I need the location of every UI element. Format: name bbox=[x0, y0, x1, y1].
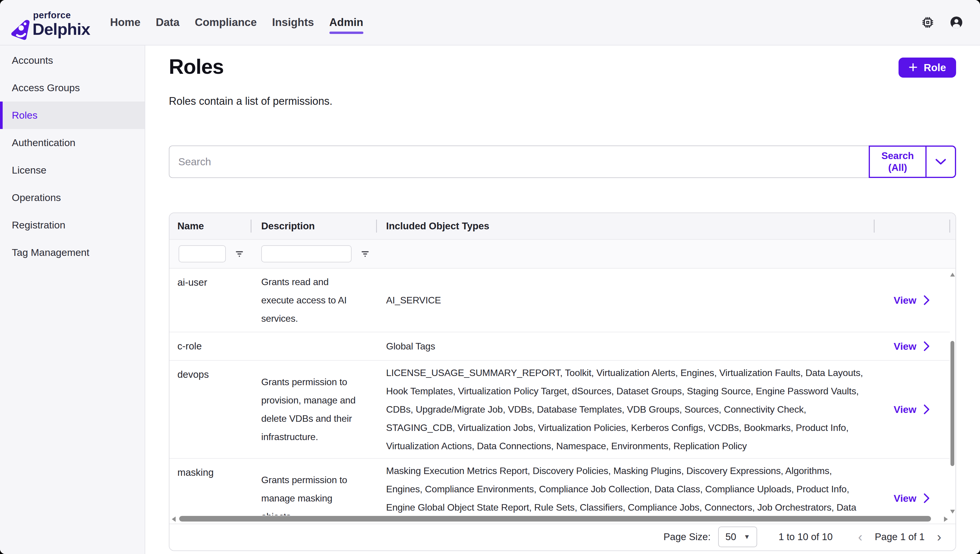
app-window: perforce Delphix HomeDataComplianceInsig… bbox=[0, 0, 980, 554]
vertical-scrollbar[interactable] bbox=[950, 269, 956, 515]
sidebar-item-roles[interactable]: Roles bbox=[0, 102, 145, 129]
role-description-text: Grants read and execute access to AI ser… bbox=[261, 269, 363, 332]
column-header-object-types[interactable]: Included Object Types bbox=[376, 220, 874, 232]
view-role-link[interactable]: View bbox=[874, 332, 950, 360]
included-object-types-text: Masking Execution Metrics Report, Discov… bbox=[386, 458, 867, 515]
sidebar-item-operations[interactable]: Operations bbox=[0, 184, 145, 211]
scroll-left-arrow[interactable] bbox=[172, 516, 176, 522]
column-separator bbox=[376, 220, 377, 232]
row-range-text: 1 to 10 of 10 bbox=[778, 531, 832, 543]
vertical-scrollbar-thumb[interactable] bbox=[950, 341, 954, 466]
included-object-types-cell: LICENSE_USAGE_SUMMARY_REPORT, Toolkit, V… bbox=[376, 361, 874, 458]
sidebar-item-access-groups[interactable]: Access Groups bbox=[0, 74, 145, 102]
previous-page-button[interactable]: ‹ bbox=[858, 530, 862, 544]
add-role-label: Role bbox=[924, 62, 946, 73]
included-object-types-cell: Global Tags bbox=[376, 332, 874, 360]
table-row-devops: devopsGrants permission to provision, ma… bbox=[169, 361, 950, 458]
sidebar-item-accounts[interactable]: Accounts bbox=[0, 47, 145, 74]
page-size-value: 50 bbox=[725, 531, 736, 543]
role-description-cell bbox=[251, 332, 376, 360]
role-name-cell: devops bbox=[169, 361, 251, 458]
included-object-types-cell: AI_SERVICE bbox=[376, 269, 874, 332]
sidebar-item-authentication[interactable]: Authentication bbox=[0, 129, 145, 156]
role-description-text: Grants permission to manage masking obje… bbox=[261, 466, 363, 515]
role-description-cell: Grants permission to provision, manage a… bbox=[251, 361, 376, 458]
chevron-down-icon bbox=[935, 158, 947, 165]
chevron-right-icon bbox=[923, 493, 930, 503]
brand-delphix: Delphix bbox=[32, 19, 90, 39]
filter-icon[interactable] bbox=[360, 248, 371, 259]
view-role-link[interactable]: View bbox=[874, 269, 950, 332]
nav-item-home[interactable]: Home bbox=[110, 16, 140, 29]
role-description-text: Grants permission to provision, manage a… bbox=[261, 369, 363, 450]
page-size-label: Page Size: bbox=[663, 531, 711, 543]
scroll-up-arrow[interactable] bbox=[950, 273, 955, 277]
nav-item-admin[interactable]: Admin bbox=[329, 16, 363, 29]
role-description-cell: Grants permission to manage masking obje… bbox=[251, 458, 376, 515]
sidebar-item-tag-management[interactable]: Tag Management bbox=[0, 239, 145, 266]
view-role-link[interactable]: View bbox=[874, 458, 950, 515]
view-label: View bbox=[894, 493, 916, 504]
pagination-bar: Page Size: 50 ▼ 1 to 10 of 10 ‹ Page 1 o… bbox=[169, 524, 956, 549]
next-page-button[interactable]: › bbox=[937, 530, 941, 544]
role-name-cell: masking bbox=[169, 458, 251, 515]
table-header-row: Name Description Included Object Types bbox=[169, 213, 956, 239]
scroll-right-arrow[interactable] bbox=[944, 516, 948, 522]
scroll-down-arrow[interactable] bbox=[950, 510, 955, 514]
page-size-select[interactable]: 50 ▼ bbox=[718, 527, 757, 547]
included-object-types-text: AI_SERVICE bbox=[386, 288, 441, 312]
view-label: View bbox=[894, 295, 916, 306]
delphix-logo-icon bbox=[10, 16, 30, 43]
filter-input-name[interactable] bbox=[178, 245, 226, 263]
view-label: View bbox=[894, 341, 916, 352]
included-object-types-text: Global Tags bbox=[386, 334, 435, 358]
caret-down-icon: ▼ bbox=[744, 533, 750, 541]
table-filter-row bbox=[169, 239, 956, 269]
column-header-name[interactable]: Name bbox=[169, 220, 251, 232]
search-button-group: Search (All) bbox=[869, 145, 956, 178]
top-navbar: perforce Delphix HomeDataComplianceInsig… bbox=[0, 0, 980, 45]
search-all-button[interactable]: Search (All) bbox=[870, 147, 925, 177]
nav-item-compliance[interactable]: Compliance bbox=[195, 16, 257, 29]
top-nav: HomeDataComplianceInsightsAdmin bbox=[110, 0, 363, 45]
table-body: ai-userGrants read and execute access to… bbox=[169, 269, 956, 515]
role-description-cell: Grants read and execute access to AI ser… bbox=[251, 269, 376, 332]
horizontal-scrollbar[interactable] bbox=[169, 515, 956, 524]
cpu-icon[interactable] bbox=[921, 16, 935, 29]
filter-input-description[interactable] bbox=[261, 245, 352, 263]
column-separator bbox=[251, 220, 251, 232]
filter-icon[interactable] bbox=[234, 248, 245, 259]
sidebar-item-license[interactable]: License bbox=[0, 156, 145, 184]
chevron-right-icon bbox=[923, 404, 930, 415]
page-indicator: Page 1 of 1 bbox=[875, 531, 925, 543]
account-icon[interactable] bbox=[949, 15, 964, 30]
horizontal-scrollbar-thumb[interactable] bbox=[179, 516, 931, 522]
sidebar-item-registration[interactable]: Registration bbox=[0, 211, 145, 239]
table-row-ai-user: ai-userGrants read and execute access to… bbox=[169, 269, 950, 332]
nav-item-data[interactable]: Data bbox=[156, 16, 180, 29]
search-scope-dropdown[interactable] bbox=[925, 147, 955, 177]
page-title: Roles bbox=[169, 56, 224, 77]
search-row: Search (All) bbox=[169, 145, 956, 178]
column-header-description[interactable]: Description bbox=[251, 220, 376, 232]
page-subtitle: Roles contain a list of permissions. bbox=[169, 95, 332, 107]
table-row-c-role: c-roleGlobal TagsView bbox=[169, 332, 950, 361]
brand-perforce: perforce bbox=[33, 10, 71, 21]
roles-table-card: Name Description Included Object Types bbox=[169, 213, 956, 551]
view-role-link[interactable]: View bbox=[874, 361, 950, 458]
role-name-cell: c-role bbox=[169, 332, 251, 360]
admin-sidebar: AccountsAccess GroupsRolesAuthentication… bbox=[0, 45, 145, 554]
add-role-button[interactable]: + Role bbox=[899, 57, 956, 78]
nav-item-insights[interactable]: Insights bbox=[272, 16, 314, 29]
chevron-right-icon bbox=[923, 341, 930, 352]
included-object-types-text: LICENSE_USAGE_SUMMARY_REPORT, Toolkit, V… bbox=[386, 361, 867, 458]
table-row-masking: maskingGrants permission to manage maski… bbox=[169, 458, 950, 515]
role-name-cell: ai-user bbox=[169, 269, 251, 332]
column-separator bbox=[949, 220, 950, 232]
main-content: Roles + Role Roles contain a list of per… bbox=[146, 45, 980, 554]
view-label: View bbox=[894, 404, 916, 415]
included-object-types-cell: Masking Execution Metrics Report, Discov… bbox=[376, 458, 874, 515]
topbar-icons bbox=[921, 0, 964, 45]
search-input[interactable] bbox=[169, 145, 869, 178]
column-separator bbox=[874, 220, 875, 232]
